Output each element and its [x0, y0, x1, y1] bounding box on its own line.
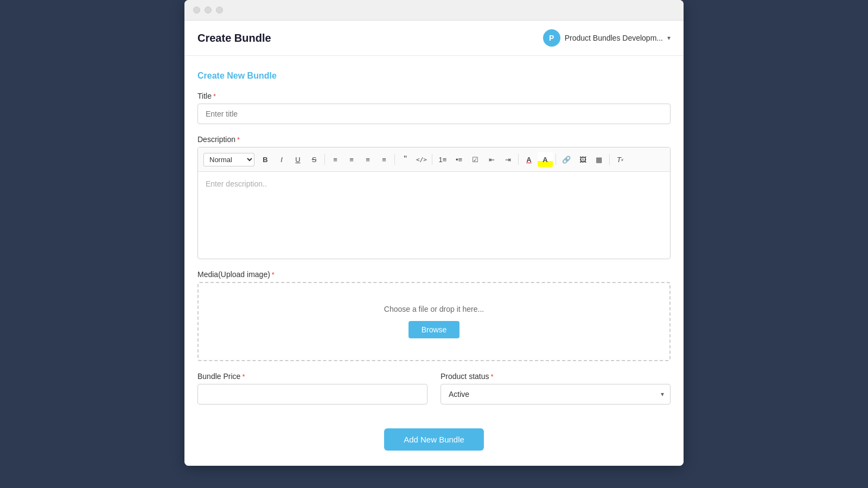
divider5 — [556, 154, 556, 165]
title-required-star: * — [213, 92, 216, 100]
link-button[interactable]: 🔗 — [559, 152, 574, 167]
form-section-title: Create New Bundle — [197, 71, 671, 81]
format-select[interactable]: Normal Heading 1 Heading 2 Heading 3 — [203, 153, 254, 166]
strikethrough-button[interactable]: S — [307, 152, 322, 167]
app-header: Create Bundle P Product Bundles Developm… — [184, 21, 684, 56]
price-field-group: Bundle Price * 100 — [197, 372, 427, 404]
chevron-down-icon: ▾ — [667, 34, 671, 42]
workspace-name: Product Bundles Developm... — [565, 34, 663, 42]
status-label: Product status * — [441, 372, 671, 381]
image-button[interactable]: 🖼 — [575, 152, 590, 167]
price-required-star: * — [242, 373, 245, 381]
upload-text: Choose a file or drop it here... — [209, 305, 659, 313]
title-input[interactable] — [197, 104, 671, 124]
clear-format-button[interactable]: Tx — [612, 152, 628, 167]
divider1 — [324, 154, 325, 165]
price-label: Bundle Price * — [197, 372, 427, 381]
workspace-badge[interactable]: P Product Bundles Developm... ▾ — [543, 29, 671, 47]
title-label: Title * — [197, 92, 671, 100]
traffic-light-maximize[interactable] — [216, 7, 223, 14]
underline-button[interactable]: U — [290, 152, 305, 167]
divider3 — [432, 154, 432, 165]
blockquote-button[interactable]: " — [398, 152, 413, 167]
divider2 — [394, 154, 395, 165]
traffic-light-close[interactable] — [193, 7, 200, 14]
align-center-button[interactable]: ≡ — [344, 152, 359, 167]
divider4 — [518, 154, 519, 165]
italic-button[interactable]: I — [274, 152, 289, 167]
status-required-star: * — [491, 373, 494, 381]
submit-row: Add New Bundle — [197, 428, 671, 451]
ordered-list-button[interactable]: 1≡ — [435, 152, 450, 167]
title-field-group: Title * — [197, 92, 671, 124]
code-button[interactable]: </> — [414, 152, 429, 167]
media-label: Media(Upload image) * — [197, 270, 671, 279]
status-field-group: Product status * Active Inactive Draft ▾ — [441, 372, 671, 404]
bold-button[interactable]: B — [258, 152, 273, 167]
form-container: Create New Bundle Title * Description * … — [184, 56, 684, 466]
price-col: Bundle Price * 100 — [197, 372, 427, 415]
editor-toolbar: Normal Heading 1 Heading 2 Heading 3 B I… — [198, 147, 670, 172]
editor-container: Normal Heading 1 Heading 2 Heading 3 B I… — [197, 147, 671, 259]
checklist-button[interactable]: ☑ — [468, 152, 483, 167]
page-title: Create Bundle — [197, 32, 271, 44]
workspace-avatar: P — [543, 29, 560, 47]
align-justify-button[interactable]: ≡ — [376, 152, 392, 167]
indent-button[interactable]: ⇥ — [500, 152, 515, 167]
description-label: Description * — [197, 135, 671, 144]
submit-button[interactable]: Add New Bundle — [384, 428, 484, 451]
price-input[interactable]: 100 — [197, 384, 427, 404]
description-field-group: Description * Normal Heading 1 Heading 2… — [197, 135, 671, 259]
align-right-button[interactable]: ≡ — [360, 152, 375, 167]
media-field-group: Media(Upload image) * Choose a file or d… — [197, 270, 671, 361]
title-bar — [184, 0, 684, 21]
font-background-button[interactable]: A — [538, 152, 553, 167]
divider6 — [609, 154, 610, 165]
browse-button[interactable]: Browse — [409, 321, 460, 338]
traffic-light-minimize[interactable] — [205, 7, 212, 14]
unordered-list-button[interactable]: •≡ — [451, 152, 467, 167]
status-col: Product status * Active Inactive Draft ▾ — [441, 372, 671, 415]
status-select[interactable]: Active Inactive Draft — [441, 384, 671, 404]
upload-area[interactable]: Choose a file or drop it here... Browse — [197, 282, 671, 361]
description-editor[interactable]: Enter description.. — [198, 172, 670, 259]
table-button[interactable]: ▦ — [591, 152, 607, 167]
status-select-wrapper: Active Inactive Draft ▾ — [441, 384, 671, 404]
media-required-star: * — [272, 271, 275, 279]
align-left-button[interactable]: ≡ — [328, 152, 343, 167]
app-window: Create Bundle P Product Bundles Developm… — [184, 0, 684, 466]
outdent-button[interactable]: ⇤ — [484, 152, 499, 167]
description-required-star: * — [237, 136, 240, 144]
font-color-button[interactable]: A — [521, 152, 537, 167]
price-status-row: Bundle Price * 100 Product status * Acti… — [197, 372, 671, 415]
